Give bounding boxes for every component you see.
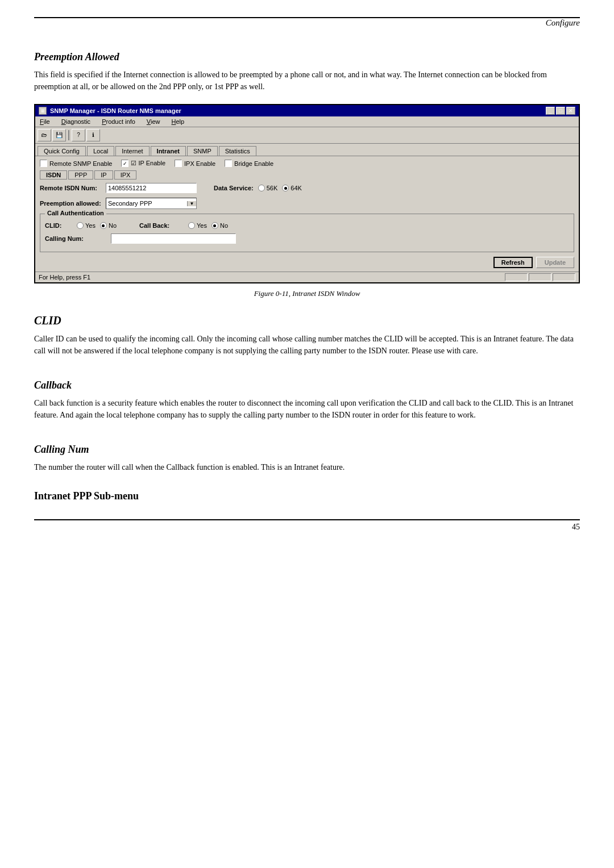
callback-field-label: Call Back: bbox=[139, 222, 185, 229]
clid-yes-label: Yes bbox=[85, 222, 96, 229]
statusbar: For Help, press F1 bbox=[35, 272, 579, 282]
titlebar-left: 🖥 SNMP Manager - ISDN Router NMS manager bbox=[39, 107, 181, 115]
remote-snmp-enable-label: Remote SNMP Enable bbox=[49, 160, 112, 167]
close-button[interactable]: ✕ bbox=[566, 107, 575, 115]
page-number: 45 bbox=[572, 523, 580, 532]
configure-label: Configure bbox=[546, 18, 580, 28]
remote-isdn-row: Remote ISDN Num: Data Service: 56K 64K bbox=[40, 183, 574, 193]
menu-view[interactable]: View bbox=[144, 118, 163, 126]
ipx-enable-checkbox[interactable] bbox=[175, 160, 182, 167]
toolbar-btn-info[interactable]: ℹ bbox=[86, 129, 100, 141]
menu-file[interactable]: File bbox=[38, 118, 52, 126]
remote-snmp-enable-checkbox[interactable] bbox=[40, 160, 47, 167]
bottom-rule bbox=[34, 519, 580, 520]
clid-no-label: No bbox=[109, 222, 117, 229]
calling-num-section: Calling Num The number the router will c… bbox=[34, 444, 580, 473]
bridge-enable-checkbox[interactable] bbox=[225, 160, 232, 167]
top-rule bbox=[34, 17, 580, 18]
callback-yes-label: Yes bbox=[197, 222, 207, 229]
radio-56k[interactable] bbox=[258, 185, 265, 191]
calling-num-label: Calling Num: bbox=[45, 235, 107, 242]
preemption-select[interactable]: Secondary PPP ▼ bbox=[106, 198, 197, 209]
refresh-button[interactable]: Refresh bbox=[493, 257, 533, 268]
clid-callback-row: CLID: Yes No Call Back: bbox=[45, 222, 569, 229]
menu-diagnostic[interactable]: Diagnostic bbox=[59, 118, 93, 126]
ip-enable-item: ☑ IP Enable bbox=[121, 160, 165, 167]
toolbar-btn-new[interactable]: 🗁 bbox=[38, 129, 51, 141]
bridge-enable-label: Bridge Enable bbox=[234, 160, 273, 167]
toolbar-separator bbox=[68, 130, 69, 140]
calling-num-section-body: The number the router will call when the… bbox=[34, 461, 580, 473]
call-auth-group: Call Authentication CLID: Yes No bbox=[40, 214, 574, 252]
subtab-ppp[interactable]: PPP bbox=[68, 170, 93, 180]
clid-no-radio[interactable] bbox=[100, 222, 107, 229]
snmp-dialog: 🖥 SNMP Manager - ISDN Router NMS manager… bbox=[34, 104, 580, 283]
remote-isdn-input[interactable] bbox=[106, 183, 197, 193]
menubar: File Diagnostic Product info View Help bbox=[35, 116, 579, 127]
statusbar-panel-2 bbox=[529, 273, 551, 281]
call-auth-label: Call Authentication bbox=[45, 210, 106, 216]
callback-body: Call back function is a security feature… bbox=[34, 397, 580, 421]
preemption-body: This field is specified if the Internet … bbox=[34, 69, 580, 93]
bridge-enable-item: Bridge Enable bbox=[225, 160, 273, 167]
sub-tabs: ISDN PPP IP IPX bbox=[40, 170, 574, 180]
update-button[interactable]: Update bbox=[536, 257, 574, 268]
tab-internet[interactable]: Internet bbox=[115, 146, 149, 156]
radio-64k-item: 64K bbox=[282, 185, 302, 191]
clid-radio-group: Yes No bbox=[77, 222, 117, 229]
toolbar: 🗁 💾 ? ℹ bbox=[35, 127, 579, 144]
dialog-title: SNMP Manager - ISDN Router NMS manager bbox=[50, 107, 181, 114]
clid-field-label: CLID: bbox=[45, 222, 73, 229]
clid-yes-item: Yes bbox=[77, 222, 96, 229]
calling-num-row: Calling Num: bbox=[45, 233, 569, 244]
subtab-ipx[interactable]: IPX bbox=[114, 170, 137, 180]
window-controls[interactable]: _ □ ✕ bbox=[546, 107, 575, 115]
maximize-button[interactable]: □ bbox=[556, 107, 565, 115]
callback-section: Callback Call back function is a securit… bbox=[34, 379, 580, 421]
preemption-dropdown-arrow[interactable]: ▼ bbox=[187, 201, 196, 206]
remote-isdn-label: Remote ISDN Num: bbox=[40, 185, 102, 191]
statusbar-panel-3 bbox=[553, 273, 575, 281]
data-service-radio-group: 56K 64K bbox=[258, 185, 302, 191]
clid-no-item: No bbox=[100, 222, 117, 229]
callback-yes-item: Yes bbox=[188, 222, 207, 229]
menu-productinfo[interactable]: Product info bbox=[99, 118, 138, 126]
tab-quick-config[interactable]: Quick Config bbox=[38, 146, 86, 156]
tab-intranet[interactable]: Intranet bbox=[151, 146, 186, 156]
tab-statistics[interactable]: Statistics bbox=[219, 146, 256, 156]
callback-title: Callback bbox=[34, 379, 580, 391]
button-row: Refresh Update bbox=[40, 257, 574, 268]
toolbar-btn-save[interactable]: 💾 bbox=[52, 129, 66, 141]
callback-no-item: No bbox=[211, 222, 228, 229]
intranet-ppp-section: Intranet PPP Sub-menu bbox=[34, 490, 580, 502]
dialog-app-icon: 🖥 bbox=[39, 107, 47, 115]
toolbar-btn-help[interactable]: ? bbox=[72, 129, 85, 141]
callback-radio-group: Yes No bbox=[188, 222, 228, 229]
radio-64k-label: 64K bbox=[291, 185, 302, 191]
ip-enable-label: ☑ IP Enable bbox=[131, 160, 165, 167]
callback-no-radio[interactable] bbox=[211, 222, 218, 229]
ip-enable-checkbox[interactable] bbox=[121, 160, 128, 167]
menu-help[interactable]: Help bbox=[169, 118, 187, 126]
minimize-button[interactable]: _ bbox=[546, 107, 555, 115]
clid-section: CLID Caller ID can be used to qualify th… bbox=[34, 314, 580, 357]
data-service-label: Data Service: bbox=[214, 185, 254, 191]
main-tabs: Quick Config Local Internet Intranet SNM… bbox=[35, 144, 579, 156]
radio-64k[interactable] bbox=[282, 185, 289, 191]
checkbox-row: Remote SNMP Enable ☑ IP Enable IPX Enabl… bbox=[40, 160, 574, 167]
tab-snmp[interactable]: SNMP bbox=[187, 146, 218, 156]
ipx-enable-label: IPX Enable bbox=[184, 160, 215, 167]
tab-local[interactable]: Local bbox=[87, 146, 114, 156]
ipx-enable-item: IPX Enable bbox=[175, 160, 215, 167]
subtab-ip[interactable]: IP bbox=[94, 170, 113, 180]
preemption-title: Preemption Allowed bbox=[34, 51, 580, 63]
statusbar-panel-1 bbox=[505, 273, 528, 281]
subtab-isdn[interactable]: ISDN bbox=[40, 170, 67, 180]
dialog-titlebar: 🖥 SNMP Manager - ISDN Router NMS manager… bbox=[35, 105, 579, 116]
radio-56k-item: 56K bbox=[258, 185, 278, 191]
callback-yes-radio[interactable] bbox=[188, 222, 195, 229]
intranet-ppp-title: Intranet PPP Sub-menu bbox=[34, 490, 580, 502]
calling-num-input[interactable] bbox=[111, 233, 236, 244]
preemption-allowed-label: Preemption allowed: bbox=[40, 200, 102, 207]
clid-yes-radio[interactable] bbox=[77, 222, 84, 229]
